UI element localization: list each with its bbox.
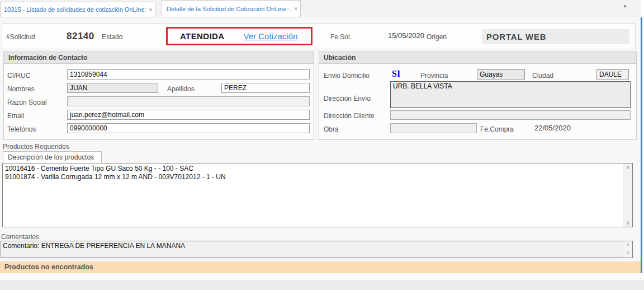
razon-social-field[interactable] (67, 96, 310, 106)
tab-descripcion-label: Descripción de los productos (8, 153, 94, 161)
provincia-field[interactable]: Guayas (477, 69, 525, 79)
estado-highlight-box: ATENDIDA Ver Cotización (166, 27, 312, 45)
tab-detalle-solicitud[interactable]: Detalle de la Solicitud de Cotización On… (162, 0, 301, 17)
estado-value: ATENDIDA (180, 31, 225, 41)
origen-value-field: PORTAL WEB (482, 29, 629, 44)
email-label: Email (7, 112, 24, 120)
telefonos-label: Telefónos (7, 125, 36, 133)
tab-listado-label: 10315 - Listado de solicitudes de cotiza… (4, 6, 146, 13)
tab-list-dropdown-icon[interactable]: ▼ (619, 4, 631, 9)
comentarios-label: Comentarios (1, 233, 39, 241)
ciruc-label: CI/RUC (7, 72, 30, 79)
fecompra-label: Fe.Compra (480, 125, 514, 133)
detail-content: #Solicitud 82140 Estado ATENDIDA Ver Cot… (0, 17, 641, 273)
tab-descripcion-productos[interactable]: Descripción de los productos (3, 151, 102, 163)
contacto-groupbox: Información de Contacto CI/RUC 131085904… (3, 52, 314, 140)
provincia-label: Provincia (420, 72, 448, 79)
scroll-down-icon[interactable]: ˅ (623, 249, 632, 257)
productos-scrollbar[interactable]: ˄ ˅ (623, 163, 632, 227)
solicitud-header-panel: #Solicitud 82140 Estado ATENDIDA Ver Cot… (2, 24, 636, 49)
direccion-cliente-label: Dirección Cliente (324, 112, 375, 120)
fesol-label: Fe.Sol. (330, 33, 352, 41)
producto-line: 10016416 - Cemento Fuerte Tipo GU Saco 5… (3, 163, 632, 173)
direccion-envio-field[interactable]: URB. BELLA VISTA (390, 81, 631, 108)
nombres-label: Nombres (7, 85, 35, 93)
envio-domicilio-value: SI (392, 69, 400, 79)
ubicacion-group-title: Ubicación (319, 52, 636, 64)
scroll-down-icon[interactable]: ˅ (623, 219, 632, 226)
obra-label: Obra (324, 125, 339, 133)
solicitud-label: #Solicitud (6, 33, 35, 41)
ciudad-label: Ciudad (532, 72, 553, 79)
envio-domicilio-label: Envio Domicilio (324, 72, 370, 79)
scroll-up-icon[interactable]: ˄ (623, 164, 632, 171)
panel-right-border (641, 17, 642, 273)
obra-field[interactable] (390, 123, 477, 133)
telefonos-field[interactable]: 0990000000 (67, 123, 310, 133)
tab-bar: 10315 - Listado de solicitudes de cotiza… (0, 0, 641, 17)
tab-listado-close-icon[interactable]: × (146, 6, 155, 14)
footer-gray-strip (0, 280, 644, 290)
apellidos-label: Apellidos (167, 85, 195, 93)
productos-no-encontrados-banner: Productos no encontrados (0, 261, 641, 273)
contacto-group-title: Información de Contacto (4, 52, 314, 64)
ciruc-field[interactable]: 1310859044 (67, 69, 310, 79)
tab-detalle-close-icon[interactable]: × (291, 4, 300, 13)
tab-listado-solicitudes[interactable]: 10315 - Listado de solicitudes de cotiza… (0, 2, 155, 17)
fecompra-value: 22/05/2020 (534, 124, 571, 132)
apellidos-field[interactable]: PEREZ (221, 83, 310, 93)
app-window: 10315 - Listado de solicitudes de cotiza… (0, 0, 644, 290)
origen-label: Origen (427, 33, 447, 41)
productos-textarea[interactable]: 10016416 - Cemento Fuerte Tipo GU Saco 5… (2, 163, 633, 227)
email-field[interactable]: juan.perez@hotmail.com (67, 110, 310, 120)
ubicacion-groupbox: Ubicación Envio Domicilio SI Provincia G… (319, 52, 637, 140)
footer-white-strip (0, 273, 644, 280)
productos-requeridos-label: Productos Requeridos (3, 143, 69, 151)
estado-label: Estado (102, 33, 122, 41)
razon-social-label: Razon Social (7, 99, 47, 106)
solicitud-number: 82140 (67, 31, 94, 42)
scroll-up-icon[interactable]: ˄ (623, 241, 632, 249)
direccion-envio-label: Dirección Envío (324, 95, 371, 102)
comentario-text: Comentario: ENTREGA DE PREFERENCIA EN LA… (1, 241, 632, 251)
nombres-field[interactable]: JUAN (67, 83, 158, 93)
tab-detalle-label: Detalle de la Solicitud de Cotización On… (167, 6, 291, 12)
direccion-cliente-field[interactable] (390, 110, 631, 120)
comentarios-textarea[interactable]: Comentario: ENTREGA DE PREFERENCIA EN LA… (1, 241, 633, 258)
ciudad-field[interactable]: DAULE (596, 69, 629, 79)
ver-cotizacion-link[interactable]: Ver Cotización (244, 31, 298, 41)
comentarios-scrollbar[interactable]: ˄ ˅ (623, 241, 632, 258)
producto-line: 91001874 - Varilla Corrugada 12 mm x 12 … (3, 173, 632, 181)
fesol-value: 15/05/2020 (388, 31, 424, 40)
